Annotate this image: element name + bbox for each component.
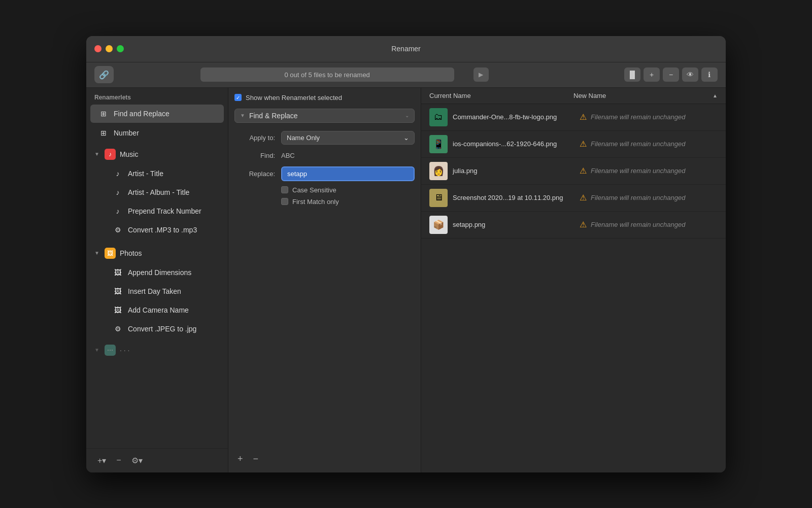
file-current-name-2: ios-companions-...62-1920-646.png [453, 140, 580, 148]
traffic-lights [94, 45, 124, 52]
sidebar-item-label-number: Number [114, 129, 139, 137]
replace-input[interactable] [281, 166, 415, 181]
apply-to-arrow-icon: ⌄ [403, 134, 409, 142]
chain-button[interactable]: 🔗 [94, 66, 114, 83]
apply-to-value: Name Only [287, 134, 320, 142]
file-list-panel: Current Name New Name ▲ 🗂 Commander-One.… [421, 88, 726, 472]
file-new-name-4: Filename will remain unchanged [591, 194, 718, 201]
find-label: Find: [234, 152, 275, 159]
sidebar-item-label: Insert Day Taken [128, 287, 181, 295]
method-dropdown-label: Find & Replace [249, 112, 405, 120]
info-icon: ℹ [708, 71, 710, 79]
remove-button[interactable]: − [663, 67, 679, 82]
find-value: ABC [281, 150, 295, 161]
play-button[interactable]: ▶ [473, 67, 489, 82]
sidebar-item-find-replace[interactable]: ⊞ Find and Replace [90, 105, 224, 123]
dropdown-triangle-icon: ▼ [240, 113, 245, 118]
window-title: Renamer [391, 45, 421, 53]
find-replace-icon: ⊞ [98, 109, 109, 119]
show-checkbox[interactable]: ✓ [234, 94, 242, 101]
sidebar-group-music[interactable]: ▼ ♪ Music [86, 145, 228, 164]
file-new-name-5: Filename will remain unchanged [591, 221, 718, 228]
prepend-track-icon: ♪ [113, 206, 123, 216]
file-new-name-3: Filename will remain unchanged [591, 167, 718, 175]
maximize-button[interactable] [117, 45, 124, 52]
table-row[interactable]: 👩 julia.png ⚠ Filename will remain uncha… [421, 158, 726, 185]
artist-album-icon: ♪ [113, 187, 123, 197]
dropdown-arrow-icon: ⌄ [405, 113, 409, 118]
sidebar-item-insert-day[interactable]: 🖼 Insert Day Taken [90, 282, 224, 300]
sidebar-item-convert-jpeg[interactable]: ⚙ Convert .JPEG to .jpg [90, 320, 224, 338]
sidebar-item-label: Artist - Album - Title [128, 188, 189, 196]
replace-label: Replace: [234, 170, 275, 178]
table-row[interactable]: 📦 setapp.png ⚠ Filename will remain unch… [421, 212, 726, 239]
bar-chart-icon: ▐▌ [627, 71, 637, 79]
bar-chart-button[interactable]: ▐▌ [624, 67, 640, 82]
warning-icon-1: ⚠ [580, 112, 587, 122]
eye-button[interactable]: 👁 [682, 67, 698, 82]
sidebar-remove-icon: − [116, 456, 121, 464]
add-camera-icon: 🖼 [113, 305, 123, 315]
close-button[interactable] [94, 45, 101, 52]
toolbar-right-buttons: ▐▌ + − 👁 ℹ [624, 67, 718, 82]
sidebar-item-add-camera[interactable]: 🖼 Add Camera Name [90, 301, 224, 319]
sidebar-item-label-find-replace: Find and Replace [114, 110, 170, 118]
sidebar-group-photos[interactable]: ▼ 🖼 Photos [86, 244, 228, 263]
sidebar-settings-button[interactable]: ⚙▾ [128, 454, 146, 467]
titlebar: Renamer [86, 36, 726, 62]
case-sensitive-checkbox[interactable] [281, 186, 288, 193]
info-button[interactable]: ℹ [701, 67, 718, 82]
convert-jpeg-icon: ⚙ [113, 324, 123, 334]
show-when-label: Show when Renamerlet selected [246, 94, 342, 101]
method-dropdown[interactable]: ▼ Find & Replace ⌄ [234, 109, 415, 123]
sidebar-item-label: Convert .JPEG to .jpg [128, 325, 196, 333]
play-icon: ▶ [479, 71, 483, 78]
sort-arrow-icon: ▲ [713, 93, 718, 98]
sidebar-item-label: Append Dimensions [128, 268, 191, 277]
file-current-name-3: julia.png [453, 167, 580, 175]
add-icon: + [650, 71, 654, 79]
center-add-icon: + [238, 454, 243, 464]
eye-icon: 👁 [687, 71, 694, 79]
apply-to-row: Apply to: Name Only ⌄ [234, 131, 415, 145]
table-row[interactable]: 🗂 Commander-One...8-fb-tw-logo.png ⚠ Fil… [421, 104, 726, 131]
warning-icon-4: ⚠ [580, 193, 587, 202]
warning-icon-3: ⚠ [580, 166, 587, 176]
sidebar-item-prepend-track[interactable]: ♪ Prepend Track Number [90, 202, 224, 220]
center-remove-icon: − [253, 454, 259, 464]
center-remove-button[interactable]: − [250, 452, 262, 466]
minus-icon: − [669, 71, 673, 79]
sidebar-item-number[interactable]: ⊞ Number [90, 124, 224, 142]
table-row[interactable]: 📱 ios-companions-...62-1920-646.png ⚠ Fi… [421, 131, 726, 158]
sidebar-group-other[interactable]: ▼ ⋯ · · · [86, 341, 228, 360]
file-new-name-1: Filename will remain unchanged [591, 113, 718, 121]
photos-group-icon: 🖼 [105, 248, 116, 259]
sidebar: Renamerlets ⊞ Find and Replace ⊞ Number … [86, 88, 228, 472]
toolbar: 🔗 0 out of 5 files to be renamed ▶ ▐▌ + … [86, 62, 726, 88]
find-row: Find: ABC [234, 150, 415, 161]
first-match-label: First Match only [292, 198, 339, 206]
other-group-label: · · · [120, 346, 129, 354]
warning-icon-5: ⚠ [580, 220, 587, 229]
minimize-button[interactable] [106, 45, 113, 52]
sidebar-remove-button[interactable]: − [113, 454, 124, 467]
sidebar-item-label: Artist - Title [128, 170, 163, 178]
sidebar-item-artist-album-title[interactable]: ♪ Artist - Album - Title [90, 183, 224, 201]
sidebar-item-append-dimensions[interactable]: 🖼 Append Dimensions [90, 263, 224, 282]
sidebar-item-artist-title[interactable]: ♪ Artist - Title [90, 164, 224, 183]
apply-to-dropdown[interactable]: Name Only ⌄ [281, 131, 415, 145]
file-current-name-4: Screenshot 2020...19 at 10.11.20.png [453, 194, 580, 201]
insert-day-icon: 🖼 [113, 286, 123, 296]
sidebar-add-button[interactable]: +▾ [94, 454, 109, 467]
file-thumb-3: 👩 [429, 162, 448, 180]
main-content: Renamerlets ⊞ Find and Replace ⊞ Number … [86, 88, 726, 472]
add-button[interactable]: + [644, 67, 660, 82]
center-add-button[interactable]: + [234, 452, 246, 466]
apply-to-label: Apply to: [234, 134, 275, 142]
progress-bar: 0 out of 5 files to be renamed [200, 67, 454, 82]
sidebar-item-convert-mp3[interactable]: ⚙ Convert .MP3 to .mp3 [90, 221, 224, 239]
sidebar-item-label: Add Camera Name [128, 306, 189, 314]
table-row[interactable]: 🖥 Screenshot 2020...19 at 10.11.20.png ⚠… [421, 185, 726, 212]
chain-icon: 🔗 [99, 70, 109, 80]
first-match-checkbox[interactable] [281, 198, 288, 205]
